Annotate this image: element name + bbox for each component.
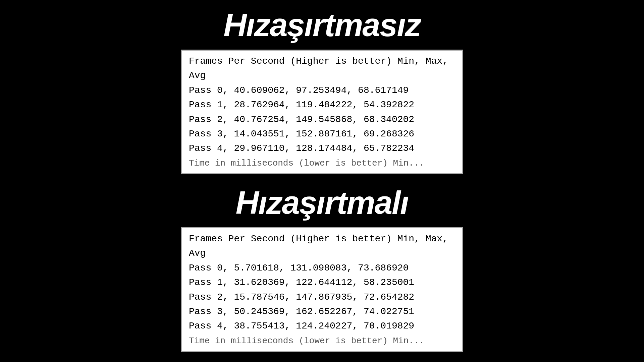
row-0-oc: Pass 0, 5.701618, 131.098083, 73.686920 <box>189 261 455 275</box>
section-overclock: Hızaşırtmalı Frames Per Second (Higher i… <box>0 178 644 352</box>
row-4-oc: Pass 4, 38.755413, 124.240227, 70.019829 <box>189 319 455 333</box>
row-4-no-oc: Pass 4, 29.967110, 128.174484, 65.782234 <box>189 141 455 156</box>
row-2-oc: Pass 2, 15.787546, 147.867935, 72.654282 <box>189 290 455 304</box>
header-no-overclock: Frames Per Second (Higher is better) Min… <box>189 54 455 83</box>
data-box-overclock: Frames Per Second (Higher is better) Min… <box>181 227 463 352</box>
header-oc: Frames Per Second (Higher is better) Min… <box>189 232 455 261</box>
row-1-oc: Pass 1, 31.620369, 122.644112, 58.235001 <box>189 275 455 290</box>
data-box-no-overclock: Frames Per Second (Higher is better) Min… <box>181 50 463 174</box>
row-2-no-oc: Pass 2, 40.767254, 149.545868, 68.340202 <box>189 112 455 127</box>
cutline-no-oc: Time in milliseconds (lower is better) M… <box>189 157 455 170</box>
row-1-no-oc: Pass 1, 28.762964, 119.484222, 54.392822 <box>189 98 455 112</box>
title-overclock: Hızaşırtmalı <box>236 184 409 221</box>
row-0-no-oc: Pass 0, 40.609062, 97.253494, 68.617149 <box>189 83 455 98</box>
row-3-no-oc: Pass 3, 14.043551, 152.887161, 69.268326 <box>189 127 455 141</box>
cutline-oc: Time in milliseconds (lower is better) M… <box>189 334 455 348</box>
title-no-overclock: Hızaşırtmasız <box>223 7 421 44</box>
section-no-overclock: Hızaşırtmasız Frames Per Second (Higher … <box>0 0 644 174</box>
row-3-oc: Pass 3, 50.245369, 162.652267, 74.022751 <box>189 304 455 319</box>
